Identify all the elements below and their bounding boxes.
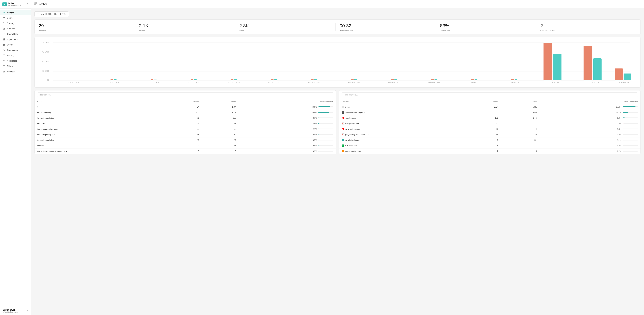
table-row: /act-immediately 860 1.1K 40.9% (34, 110, 336, 115)
churn-rate-icon (3, 33, 5, 36)
stat-bounce-rate: 83% Bounce rate (436, 23, 536, 31)
svg-text:0: 0 (47, 79, 49, 81)
dist-bar-bg (318, 118, 334, 118)
brand-url: www.iodiasix.com (8, 5, 21, 6)
chart-svg: 1200 900 600 300 0 Nov 11 Nov 13 Nov 15 … (38, 41, 637, 84)
ref-people: 517 (459, 110, 501, 115)
svg-point-8 (4, 71, 4, 72)
stat-value: 2.8K (239, 23, 332, 29)
brand-chevron-icon[interactable]: ⌃ (26, 3, 28, 6)
referrers-table-header: Referrer People Views View Distribution (339, 99, 641, 104)
ref-name: G googleads.g.doubleclick.net (339, 132, 460, 137)
events-icon (3, 44, 5, 46)
dist-bar-bg (318, 140, 334, 140)
nav-label-billing: Billing (7, 65, 12, 68)
dist-bar-bg (623, 118, 638, 118)
table-row: – (none) 1.2K 1.6K 57.4% (339, 104, 641, 110)
col-ref-view-dist: View Distribution (539, 99, 640, 104)
dist-bar-bg (623, 145, 638, 146)
referrers-table-card: Referrer People Views View Distribution … (339, 90, 641, 154)
sidebar-item-users[interactable]: Users (0, 15, 31, 21)
table-row: /proactive-analytics 21 24 0.9% (34, 137, 336, 143)
page-views: 1.1K (202, 110, 239, 115)
user-chevron-icon[interactable]: ⌃ (26, 310, 28, 312)
svg-rect-53 (314, 79, 317, 80)
svg-text:Dec 9: Dec 9 (619, 82, 629, 84)
ref-dist: 1.1% (539, 137, 640, 143)
sidebar-item-analytic[interactable]: Analytic (0, 10, 31, 15)
page-people: 62 (162, 121, 202, 126)
page-dist: 0.9% (239, 137, 336, 143)
referrers-filter-input[interactable] (342, 93, 638, 97)
table-row: /proactive-analytics/ 71 102 3.7% (34, 115, 336, 121)
dist-bar-bg (623, 151, 638, 152)
stat-value: 83% (440, 23, 532, 29)
ref-people: 71 (459, 121, 501, 126)
sidebar-item-journey[interactable]: Journey (0, 21, 31, 26)
ref-views: 7 (501, 143, 539, 148)
table-row: ▶ youtube.com 182 246 8.9% (339, 115, 641, 121)
pages-filter-input[interactable] (37, 93, 334, 97)
page-title: Analytic (39, 3, 47, 5)
brand-name: iodiasix (8, 2, 21, 5)
referrer-icon: S (342, 111, 344, 114)
ref-dist: 1.6% (539, 126, 640, 132)
stat-label: Avg time on site (340, 29, 432, 31)
page-dist: 2.1% (239, 126, 336, 132)
date-filter-button[interactable]: Nov 11, 2024 - Dec 10, 2024 (34, 12, 69, 17)
page-name: /imprint/ (34, 143, 162, 148)
svg-text:Dec 3: Dec 3 (509, 82, 519, 84)
col-view-dist: View Distribution (239, 99, 336, 104)
experiment-icon (3, 38, 5, 41)
sidebar-item-retention[interactable]: Retention (0, 26, 31, 31)
svg-rect-12 (36, 4, 37, 5)
bottom-section: Page People Views View Distribution / 1K… (34, 90, 641, 154)
stat-label: Event completions (540, 29, 632, 31)
ref-people: 36 (459, 132, 501, 137)
retention-icon (3, 27, 5, 30)
dist-bar (318, 145, 318, 146)
svg-rect-63 (515, 79, 518, 80)
campaigns-icon (3, 49, 5, 52)
sidebar-item-campaigns[interactable]: Campaigns (0, 48, 31, 53)
referrers-filter (339, 91, 641, 99)
referrer-icon: i (342, 139, 344, 141)
grid-icon (34, 2, 37, 6)
page-views: 24 (202, 137, 239, 143)
table-row: ▶ www.youtube.com 25 44 1.6% (339, 126, 641, 132)
dist-bar-bg (318, 134, 334, 135)
dist-bar (623, 123, 623, 124)
sidebar-item-settings[interactable]: Settings (0, 69, 31, 74)
svg-rect-10 (36, 3, 37, 4)
sidebar-item-experiment[interactable]: Experiment (0, 37, 31, 42)
svg-text:Dec 5: Dec 5 (550, 82, 559, 84)
ref-views: 669 (501, 110, 539, 115)
main-header: Analytic (31, 0, 644, 8)
table-row: /features/privacy-first 23 26 0.9% (34, 132, 336, 137)
page-dist: 2.8% (239, 121, 336, 126)
svg-rect-56 (391, 79, 394, 80)
sidebar-item-events[interactable]: Events (0, 42, 31, 48)
sidebar-item-notification[interactable]: Notification (0, 58, 31, 64)
ref-people: 182 (459, 115, 501, 121)
ref-people: 2 (459, 148, 501, 154)
ref-dist: 0.3% (539, 143, 640, 148)
dist-bar-bg (318, 145, 334, 146)
dist-bar-bg (318, 129, 334, 129)
svg-text:1200: 1200 (40, 41, 49, 43)
sidebar-item-churn-rate[interactable]: Churn Rate (0, 31, 31, 37)
page-people: 1K (162, 104, 202, 110)
ref-people: 25 (459, 126, 501, 132)
ref-dist: 8.9% (539, 115, 640, 121)
ref-people: 9 (459, 137, 501, 143)
ref-people: 4 (459, 143, 501, 148)
user-email: office@iodiasix.com (3, 311, 18, 313)
dist-bar-bg (318, 123, 334, 124)
sidebar-item-billing[interactable]: Billing (0, 64, 31, 69)
sidebar-item-alerting[interactable]: Alerting (0, 53, 31, 58)
chart-card: 1200 900 600 300 0 Nov 11 Nov 13 Nov 15 … (34, 37, 641, 88)
dist-bar (318, 129, 319, 129)
ref-name: G www.google.com (339, 121, 460, 126)
page-name: /features/privacy-first (34, 132, 162, 137)
dist-bar (623, 112, 628, 113)
